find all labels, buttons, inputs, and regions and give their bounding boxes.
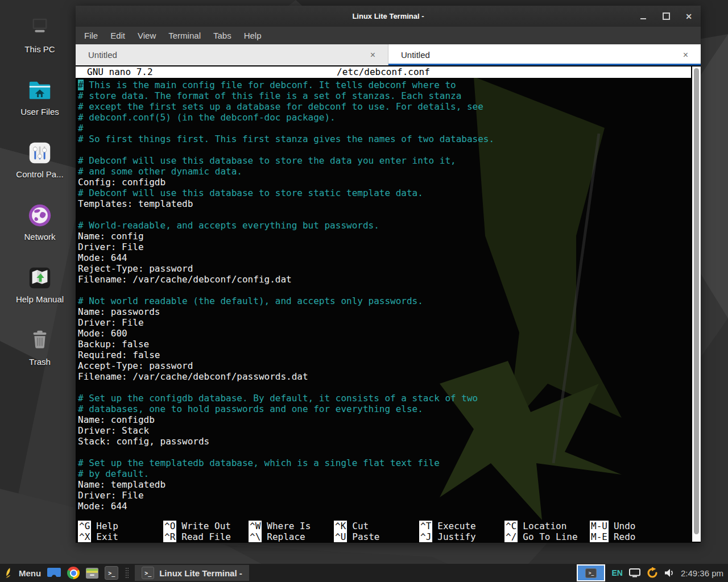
task-list-handle[interactable] xyxy=(125,567,129,579)
terminal-line: Required: false xyxy=(78,350,689,360)
close-button[interactable]: ✕ xyxy=(685,13,693,20)
desktop-icon-help-manual[interactable]: Help Manual xyxy=(5,265,75,327)
nano-shortcut[interactable]: ^/Go To Line xyxy=(504,531,590,542)
menu-terminal[interactable]: Terminal xyxy=(162,31,207,40)
terminal-line: Name: templatedb xyxy=(78,479,689,490)
nano-shortcut[interactable]: ^GHelp xyxy=(78,521,163,531)
menu-view[interactable]: View xyxy=(131,31,162,40)
terminal-line xyxy=(78,285,689,296)
scrollbar-thumb[interactable] xyxy=(694,68,699,534)
speaker-icon xyxy=(664,568,675,577)
desktop-icon-control-panel[interactable]: Control Pa... xyxy=(5,140,75,202)
terminal-line: # Debconf will use this database to stor… xyxy=(78,155,689,166)
display-tray-button[interactable] xyxy=(629,568,640,577)
shortcut-key: ^\ xyxy=(249,531,262,542)
desktop-icon-label: Trash xyxy=(29,357,51,367)
terminal-icon: >_ xyxy=(142,567,154,579)
tab-bar: Untitled × Untitled × xyxy=(76,44,701,65)
terminal-line: # debconf.conf(5) (in the debconf-doc pa… xyxy=(78,112,689,123)
nano-shortcut[interactable]: ^WWhere Is xyxy=(249,521,334,531)
tab-untitled-2[interactable]: Untitled × xyxy=(388,44,701,65)
terminal-launcher[interactable]: >_ xyxy=(105,566,118,580)
nano-shortcut[interactable]: ^KCut xyxy=(334,521,419,531)
shortcut-label: Paste xyxy=(352,531,379,542)
terminal-line: # and some other dynamic data. xyxy=(78,166,689,177)
keyboard-layout-indicator[interactable]: EN xyxy=(611,568,622,577)
terminal-line: Driver: File xyxy=(78,242,689,252)
window-titlebar[interactable]: Linux Lite Terminal - ✕ xyxy=(76,6,701,27)
menu-tabs[interactable]: Tabs xyxy=(207,31,238,40)
tab-close-icon[interactable]: × xyxy=(683,50,688,60)
shortcut-key: ^U xyxy=(334,531,347,542)
workspace-pager[interactable]: >_ xyxy=(577,564,605,581)
terminal-line: Templates: templatedb xyxy=(78,198,689,209)
tab-untitled-1[interactable]: Untitled × xyxy=(76,44,388,65)
shortcut-row-2: ^XExit^RRead File^\Replace^UPaste^JJusti… xyxy=(78,531,689,542)
desktop-icon-user-files[interactable]: User Files xyxy=(5,77,75,140)
shortcut-key: ^K xyxy=(334,521,347,531)
file-manager-launcher[interactable] xyxy=(47,568,61,578)
terminal-line: Filename: /var/cache/debconf/passwords.d… xyxy=(78,371,689,382)
nano-shortcut[interactable]: M-ERedo xyxy=(590,531,675,542)
menu-bar: FileEditViewTerminalTabsHelp xyxy=(76,27,701,44)
shortcut-key: ^J xyxy=(419,531,432,542)
nano-shortcut[interactable]: ^CLocation xyxy=(504,521,590,531)
lite-tweaks-launcher[interactable] xyxy=(86,568,98,579)
desktop-icon-label: This PC xyxy=(24,44,55,54)
tab-close-icon[interactable]: × xyxy=(370,50,375,60)
terminal-line: # by default. xyxy=(78,468,689,479)
window-title: Linux Lite Terminal - xyxy=(76,12,701,20)
terminal-line: Name: config xyxy=(78,231,689,242)
browser-launcher[interactable] xyxy=(67,567,80,579)
nano-shortcut[interactable]: ^UPaste xyxy=(334,531,419,542)
menu-file[interactable]: File xyxy=(78,31,104,40)
nano-titlebar: GNU nano 7.2 /etc/debconf.conf xyxy=(76,66,691,78)
terminal-line: Driver: File xyxy=(78,317,689,328)
terminal-line: # except the first sets up a database fo… xyxy=(78,101,689,112)
shortcut-key: ^T xyxy=(419,521,432,531)
maximize-button[interactable] xyxy=(662,13,670,20)
terminal-line xyxy=(78,447,689,458)
linux-lite-logo-icon xyxy=(5,567,14,579)
menu-button[interactable]: Menu xyxy=(5,567,41,579)
volume-tray-button[interactable] xyxy=(664,568,675,577)
desktop-icon-label: Control Pa... xyxy=(16,169,63,179)
scrollbar[interactable] xyxy=(692,66,701,542)
shortcut-row-1: ^GHelp^OWrite Out^WWhere Is^KCut^TExecut… xyxy=(78,521,689,531)
desktop-icon-this-pc[interactable]: This PC xyxy=(5,15,75,77)
terminal-line: # store data. The format of this file is… xyxy=(78,90,689,101)
minimize-button[interactable] xyxy=(639,13,647,20)
terminal-text: # This is the main config file for debco… xyxy=(78,80,689,512)
shortcut-key: ^X xyxy=(78,531,91,542)
updates-tray-button[interactable] xyxy=(647,567,658,579)
nano-shortcut[interactable]: ^JJustify xyxy=(419,531,504,542)
close-icon: ✕ xyxy=(685,12,692,21)
shortcut-label: Location xyxy=(523,521,566,531)
taskbar: Menu >_ >_ Linux Lite Terminal - xyxy=(0,564,728,582)
clock[interactable]: 2:49:36 pm xyxy=(681,568,723,578)
terminal-line: # World-readable, and accepts everything… xyxy=(78,220,689,231)
shortcut-label: Justify xyxy=(437,531,475,542)
terminal-line: Config: configdb xyxy=(78,177,689,188)
terminal-line: Filename: /var/cache/debconf/config.dat xyxy=(78,274,689,285)
terminal-line: # This is the main config file for debco… xyxy=(78,80,689,90)
desktop-icon-network[interactable]: Network xyxy=(5,202,75,265)
nano-shortcut[interactable]: ^OWrite Out xyxy=(163,521,249,531)
nano-shortcut[interactable]: ^\Replace xyxy=(249,531,334,542)
task-button-terminal[interactable]: >_ Linux Lite Terminal - xyxy=(135,565,249,581)
terminal-pane[interactable]: GNU nano 7.2 /etc/debconf.conf # This is… xyxy=(76,65,701,543)
nano-shortcut[interactable]: ^XExit xyxy=(78,531,163,542)
menu-help[interactable]: Help xyxy=(238,31,268,40)
shortcut-key: M-U xyxy=(590,521,609,531)
desktop-icon-trash[interactable]: Trash xyxy=(5,327,75,390)
folder-home-icon xyxy=(27,77,53,103)
desktop-icon-label: Network xyxy=(24,232,55,242)
desktop-icon-label: User Files xyxy=(20,107,59,117)
nano-shortcut[interactable]: M-UUndo xyxy=(590,521,675,531)
menu-edit[interactable]: Edit xyxy=(104,31,131,40)
shortcut-label: Execute xyxy=(437,521,475,531)
tab-label: Untitled xyxy=(88,50,117,60)
nano-shortcut[interactable]: ^RRead File xyxy=(163,531,249,542)
shortcut-label: Redo xyxy=(614,531,636,542)
nano-shortcut[interactable]: ^TExecute xyxy=(419,521,504,531)
